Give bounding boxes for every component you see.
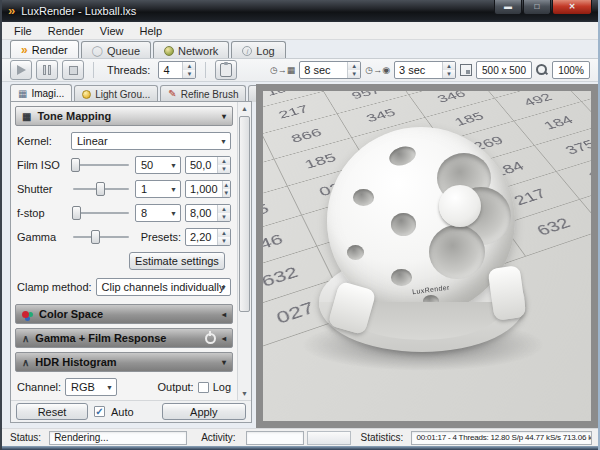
- kernel-row: Kernel: Linear ▼: [11, 132, 237, 150]
- channel-dropdown[interactable]: RGB ▼: [65, 378, 117, 396]
- scroll-down-icon[interactable]: ▼: [238, 387, 251, 400]
- spin-down-icon[interactable]: ▼: [218, 213, 230, 221]
- slider-thumb[interactable]: [71, 158, 80, 172]
- film-iso-preset-dropdown[interactable]: 50 ▼: [135, 156, 181, 174]
- power-icon[interactable]: [205, 333, 216, 344]
- ball-hole: [387, 143, 418, 168]
- resize-view-icon[interactable]: [460, 64, 472, 76]
- spin-down-icon[interactable]: ▼: [223, 189, 230, 197]
- tab-imaging[interactable]: ▦ Imagi...: [10, 84, 72, 102]
- spin-up-icon[interactable]: ▲: [443, 62, 455, 70]
- threads-stepper[interactable]: 4 ▲▼: [158, 61, 196, 79]
- apply-button[interactable]: Apply: [162, 403, 246, 420]
- spin-up-icon[interactable]: ▲: [218, 157, 230, 165]
- shutter-preset-dropdown[interactable]: 1 ▼: [135, 180, 181, 198]
- tonemap-interval-stepper[interactable]: 8 sec ▲▼: [299, 61, 361, 79]
- clamp-method-dropdown[interactable]: Clip channels individually ▼: [96, 278, 231, 296]
- stop-render-button[interactable]: [62, 60, 84, 80]
- fstop-stepper[interactable]: 8,00 ▲▼: [185, 204, 231, 222]
- main-tab-bar: » Render ◯ Queue Network i Log: [2, 40, 598, 59]
- window-bottom-border: [2, 446, 598, 450]
- film-icon: ▦: [18, 89, 27, 99]
- spin-down-icon[interactable]: ▼: [218, 237, 230, 245]
- tonemap-icon: ▦: [22, 111, 31, 122]
- collapse-arrow-icon[interactable]: ◂: [222, 334, 226, 343]
- collapse-arrow-icon[interactable]: ▾: [222, 358, 226, 367]
- auto-checkbox[interactable]: ✓: [94, 406, 105, 417]
- menu-help[interactable]: Help: [131, 22, 170, 39]
- tab-log[interactable]: i Log: [231, 41, 285, 59]
- toolbar-separator: [93, 62, 94, 78]
- spin-up-icon[interactable]: ▲: [218, 205, 230, 213]
- gamma-film-response-header[interactable]: ∧ Gamma + Film Response ◂: [15, 328, 233, 348]
- spin-up-icon[interactable]: ▲: [183, 62, 195, 70]
- scrollbar-thumb[interactable]: [239, 116, 250, 312]
- histogram-icon: ∧: [22, 357, 29, 368]
- tab-render[interactable]: » Render: [10, 40, 79, 59]
- spin-down-icon[interactable]: ▼: [348, 70, 360, 78]
- stop-icon: [69, 66, 78, 75]
- render-viewport-frame: 4358463751853576320273458351933462179572…: [256, 84, 598, 428]
- menu-bar: File Render View Help: [2, 22, 598, 40]
- log-checkbox[interactable]: [198, 382, 209, 393]
- spin-up-icon[interactable]: ▲: [348, 62, 360, 70]
- minimize-button[interactable]: ▬: [494, 0, 522, 15]
- slider-thumb[interactable]: [72, 206, 81, 220]
- tab-network[interactable]: Network: [153, 41, 229, 59]
- display-interval-stepper[interactable]: 3 sec ▲▼: [394, 61, 456, 79]
- gamma-slider[interactable]: [71, 228, 131, 246]
- spin-down-icon[interactable]: ▼: [443, 70, 455, 78]
- tab-refine-brush[interactable]: ✎ Refine Brush: [160, 85, 246, 102]
- tab-light-groups[interactable]: Light Grou...: [74, 85, 158, 102]
- collapse-arrow-icon[interactable]: ▾: [222, 112, 226, 121]
- fstop-slider[interactable]: [71, 204, 131, 222]
- tonemap-interval-icon: ◷→▦: [270, 65, 295, 75]
- gamma-row: Gamma Presets: 2,20 ▲▼: [11, 228, 237, 246]
- slider-thumb[interactable]: [96, 182, 105, 196]
- kernel-dropdown[interactable]: Linear ▼: [71, 132, 231, 150]
- tone-mapping-header[interactable]: ▦ Tone Mapping ▾: [15, 106, 233, 126]
- ball-blob-hole: [429, 225, 485, 279]
- kernel-label: Kernel:: [17, 135, 67, 147]
- rendered-image[interactable]: 4358463751853576320273458351933462179572…: [263, 91, 591, 421]
- shutter-slider[interactable]: [71, 180, 131, 198]
- spin-down-icon[interactable]: ▼: [218, 165, 230, 173]
- menu-render[interactable]: Render: [40, 22, 92, 39]
- chevron-down-icon: ▼: [220, 138, 227, 145]
- copy-to-clipboard-button[interactable]: [215, 60, 237, 80]
- spin-down-icon[interactable]: ▼: [183, 70, 195, 78]
- maximize-button[interactable]: □: [523, 0, 551, 15]
- toolbar-separator: [205, 62, 206, 78]
- slider-thumb[interactable]: [91, 230, 100, 244]
- pause-render-button[interactable]: [36, 60, 58, 80]
- color-space-header[interactable]: Color Space ◂: [15, 304, 233, 324]
- film-iso-slider[interactable]: [71, 156, 131, 174]
- clipboard-icon: [220, 63, 232, 77]
- film-iso-stepper[interactable]: 50,0 ▲▼: [185, 156, 231, 174]
- color-space-icon: [22, 311, 29, 318]
- spin-up-icon[interactable]: ▲: [223, 181, 230, 189]
- gamma-stepper[interactable]: 2,20 ▲▼: [185, 228, 231, 246]
- status-value: Rendering...: [49, 431, 187, 445]
- close-button[interactable]: ✕: [552, 0, 592, 15]
- magnifier-icon[interactable]: [536, 64, 548, 76]
- title-bar[interactable]: » LuxRender - Luxball.lxs ▬ □ ✕: [2, 0, 598, 22]
- ball-hole: [391, 269, 412, 286]
- reset-button[interactable]: Reset: [16, 403, 88, 420]
- log-label: Log: [213, 381, 231, 393]
- gamma-label: Gamma: [17, 231, 67, 243]
- panel-scrollbar[interactable]: ▲ ▼: [237, 102, 251, 400]
- estimate-settings-button[interactable]: Estimate settings: [129, 252, 225, 270]
- play-icon: [17, 65, 26, 75]
- shutter-stepper[interactable]: 1,000 ▲▼: [185, 180, 231, 198]
- fstop-preset-dropdown[interactable]: 8 ▼: [135, 204, 181, 222]
- spin-up-icon[interactable]: ▲: [218, 229, 230, 237]
- menu-file[interactable]: File: [6, 22, 40, 39]
- tab-queue[interactable]: ◯ Queue: [81, 41, 151, 59]
- scroll-up-icon[interactable]: ▲: [238, 102, 251, 115]
- collapse-arrow-icon[interactable]: ◂: [222, 310, 226, 319]
- menu-view[interactable]: View: [92, 22, 132, 39]
- hdr-histogram-header[interactable]: ∧ HDR Histogram ▾: [15, 352, 233, 372]
- resume-render-button[interactable]: [10, 60, 32, 80]
- statistics-value: 00:01:17 - 4 Threads: 12.80 S/p 44.77 kS…: [411, 431, 592, 445]
